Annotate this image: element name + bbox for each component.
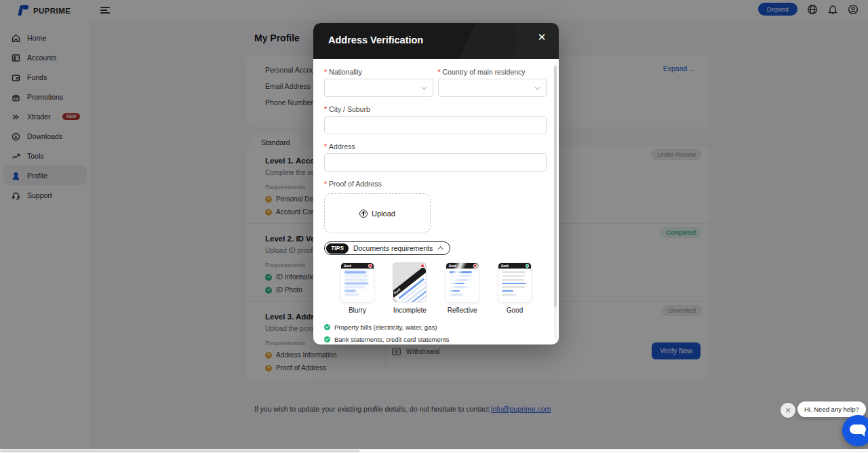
chat-widget: ✕ Hi. Need any help? xyxy=(787,393,868,441)
chat-close-icon[interactable]: ✕ xyxy=(781,403,795,418)
list-item: Property bills (electricity, water, gas) xyxy=(324,323,547,332)
doc-example-blurry: Bank Blurry xyxy=(335,263,380,314)
modal-header: Address Verification ✕ xyxy=(313,23,559,59)
address-input-wrap xyxy=(324,153,547,172)
modal-body: *Nationality *Country of main residency … xyxy=(313,59,559,344)
horizontal-scrollbar[interactable] xyxy=(0,449,868,453)
upload-icon xyxy=(359,210,368,218)
address-label: *Address xyxy=(324,142,547,151)
modal-title: Address Verification xyxy=(328,35,423,45)
chevron-up-icon xyxy=(438,246,443,252)
address-verification-modal: Address Verification ✕ *Nationality *Cou… xyxy=(313,23,559,344)
doc-example-reflective: Bank Reflective xyxy=(440,263,485,314)
chat-launcher-button[interactable] xyxy=(842,415,868,446)
city-input[interactable] xyxy=(325,117,546,134)
upload-dropzone[interactable]: Upload xyxy=(324,193,431,233)
chevron-down-icon xyxy=(535,85,540,90)
scrollbar-thumb[interactable] xyxy=(0,450,359,452)
nationality-select[interactable] xyxy=(324,79,433,97)
modal-scrollbar[interactable] xyxy=(554,64,557,339)
chat-bubble-icon xyxy=(850,425,866,434)
doc-example-incomplete: Bank Incomplete xyxy=(387,263,432,314)
check-icon xyxy=(324,324,330,330)
rejected-dot-icon xyxy=(420,264,425,268)
country-select[interactable] xyxy=(438,79,547,97)
doc-example-good: Bank Good xyxy=(492,263,537,314)
list-item: Bank statements, credit card statements xyxy=(324,336,547,344)
nationality-label: *Nationality xyxy=(324,68,433,76)
chevron-down-icon xyxy=(421,85,427,90)
document-examples: Bank Blurry Bank xyxy=(324,255,547,314)
documents-requirements-toggle[interactable]: TIPS Documents requirements xyxy=(324,241,450,255)
requirements-list: Property bills (electricity, water, gas)… xyxy=(324,323,547,344)
close-icon[interactable]: ✕ xyxy=(535,31,549,44)
city-label: *City / Suburb xyxy=(324,105,547,113)
rejected-dot-icon xyxy=(368,264,372,268)
city-input-wrap xyxy=(324,116,547,134)
check-icon xyxy=(324,336,330,342)
address-input[interactable] xyxy=(325,154,546,171)
proof-of-address-label: *Proof of Address xyxy=(324,180,547,188)
country-label: *Country of main residency xyxy=(438,68,547,76)
tips-pill: TIPS xyxy=(326,243,349,254)
rejected-dot-icon xyxy=(473,264,477,268)
